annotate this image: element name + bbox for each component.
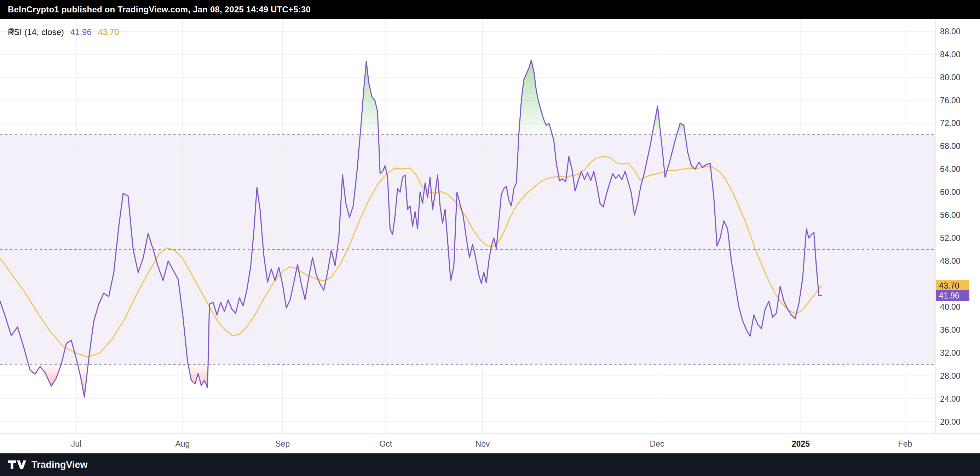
price-tick-label: 88.00 <box>940 27 961 36</box>
price-tick-label: 60.00 <box>940 187 961 197</box>
publish-header-bar: BeInCrypto1 published on TradingView.com… <box>0 0 980 19</box>
year-label: 2025 <box>792 439 810 448</box>
indicator-title: RSI (14, close) <box>8 27 64 37</box>
month-label: Oct <box>379 439 392 448</box>
price-tick-label: 52.00 <box>940 233 961 243</box>
tradingview-logo-icon <box>8 460 26 469</box>
price-tick-label: 36.00 <box>940 325 961 335</box>
footer-bar: TradingView <box>0 453 980 476</box>
price-tick-label: 24.00 <box>940 394 961 403</box>
price-tick-label: 72.00 <box>940 119 961 128</box>
rsi-chart-canvas <box>0 19 936 433</box>
price-tick-label: 80.00 <box>940 73 961 82</box>
chart-region: RSI (14, close) 41.96 43.70 88.0084.0080… <box>0 19 980 433</box>
price-tick-label: 40.00 <box>940 302 961 311</box>
time-axis[interactable]: JulAugSepOctNovDec2025Feb <box>0 433 980 453</box>
oversold-fill <box>28 364 61 386</box>
price-tick-label: 32.00 <box>940 348 961 357</box>
empty-value-icon <box>8 27 15 34</box>
price-tick-label: 68.00 <box>940 141 961 151</box>
publish-header-text: BeInCrypto1 published on TradingView.com… <box>8 5 311 14</box>
price-tick-label: 84.00 <box>940 49 961 59</box>
price-tick-label: 48.00 <box>940 256 961 266</box>
price-scale[interactable]: 88.0084.0080.0076.0072.0068.0064.0060.00… <box>935 19 980 433</box>
ma-price-tag: 43.70 <box>936 280 969 291</box>
price-tick-label: 20.00 <box>940 417 961 427</box>
tradingview-rsi-page: BeInCrypto1 published on TradingView.com… <box>0 0 980 476</box>
month-label: Aug <box>175 439 189 448</box>
month-label: Nov <box>476 439 490 448</box>
ma-last-value: 43.70 <box>98 27 119 37</box>
month-label: Jul <box>71 439 81 448</box>
price-tick-label: 64.00 <box>940 165 961 174</box>
month-label: Dec <box>650 439 664 448</box>
rsi-last-value: 41.96 <box>70 27 92 37</box>
month-label: Feb <box>898 439 912 448</box>
price-tick-label: 76.00 <box>940 95 961 105</box>
month-label: Sep <box>275 439 290 448</box>
tradingview-brand-link[interactable]: TradingView <box>32 459 88 470</box>
indicator-legend: RSI (14, close) 41.96 43.70 <box>8 27 126 37</box>
rsi-price-tag: 41.96 <box>936 290 969 301</box>
price-tick-label: 56.00 <box>940 210 961 220</box>
price-tick-label: 28.00 <box>940 371 961 381</box>
rsi-plot-area[interactable]: RSI (14, close) 41.96 43.70 <box>0 19 935 433</box>
